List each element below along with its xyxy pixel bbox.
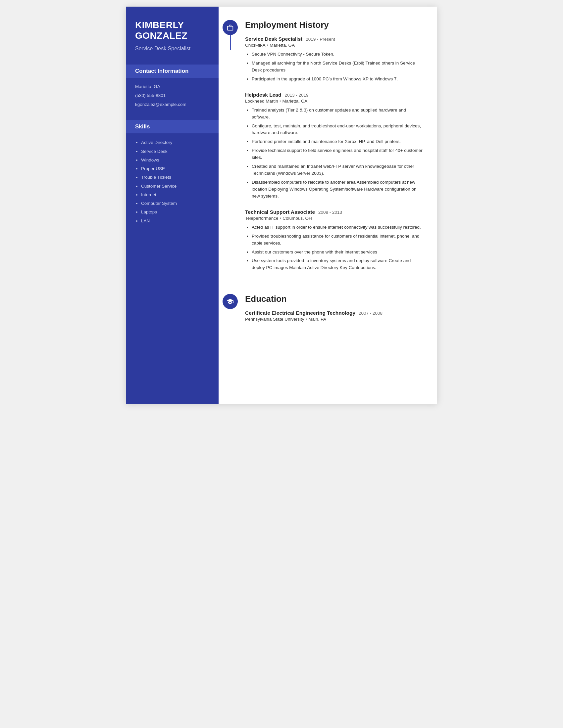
job-dates: 2008 - 2013 bbox=[318, 210, 342, 215]
contact-location: Marietta, GA bbox=[135, 84, 209, 90]
skill-item: Computer System bbox=[141, 200, 209, 207]
job-company: Teleperformance•Columbus, OH bbox=[245, 216, 423, 221]
job-title: Technical Support Associate bbox=[245, 209, 315, 215]
job-block: Technical Support Associate2008 - 2013Te… bbox=[245, 209, 423, 272]
job-bullet: Provided troubleshooting assistance for … bbox=[252, 233, 423, 247]
contact-section-label: Contact Information bbox=[126, 65, 218, 78]
skills-section-label: Skills bbox=[126, 120, 218, 133]
candidate-name: KIMBERLY GONZALEZ bbox=[135, 20, 209, 41]
job-dates: 2019 - Present bbox=[306, 37, 335, 42]
job-bullet: Managed all archiving for the North Serv… bbox=[252, 60, 423, 74]
candidate-title: Service Desk Specialist bbox=[135, 45, 209, 52]
edu-block: Certificate Electrical Engineering Techn… bbox=[245, 310, 423, 322]
contact-email: kgonzalez@example.com bbox=[135, 102, 209, 108]
employment-icon-circle bbox=[222, 20, 238, 35]
job-header: Technical Support Associate2008 - 2013 bbox=[245, 209, 423, 215]
edu-degree: Certificate Electrical Engineering Techn… bbox=[245, 310, 355, 316]
job-title: Service Desk Specialist bbox=[245, 36, 303, 42]
job-company: Chick-fil-A•Marietta, GA bbox=[245, 43, 423, 48]
skill-item: Customer Service bbox=[141, 183, 209, 190]
edu-container: Certificate Electrical Engineering Techn… bbox=[245, 310, 423, 322]
section-line-employment bbox=[230, 35, 231, 50]
job-header: Helpdesk Lead2013 - 2019 bbox=[245, 92, 423, 98]
resume-container: KIMBERLY GONZALEZ Service Desk Specialis… bbox=[126, 7, 437, 404]
education-section: Education Certificate Electrical Enginee… bbox=[218, 294, 423, 326]
education-icon-circle bbox=[222, 294, 238, 309]
job-company: Lockheed Martin•Marietta, GA bbox=[245, 99, 423, 104]
edu-header: Certificate Electrical Engineering Techn… bbox=[245, 310, 423, 316]
job-bullet: Trained analysts (Tier 2 & 3) on custome… bbox=[252, 107, 423, 121]
skill-item: Laptops bbox=[141, 209, 209, 215]
education-icon-col bbox=[218, 294, 242, 309]
skills-list: Active DirectoryService DeskWindowsPrope… bbox=[135, 139, 209, 224]
job-bullet: Created and maintained an Intranet web/F… bbox=[252, 163, 423, 177]
job-bullet: Use system tools provided to inventory s… bbox=[252, 257, 423, 271]
job-bullets: Acted as IT support in order to ensure i… bbox=[245, 224, 423, 272]
skill-item: LAN bbox=[141, 218, 209, 224]
job-bullet: Assist our customers over the phone with… bbox=[252, 249, 423, 256]
education-content: Education Certificate Electrical Enginee… bbox=[242, 294, 423, 326]
job-bullet: Performed printer installs and maintenan… bbox=[252, 138, 423, 145]
skill-item: Proper USE bbox=[141, 165, 209, 172]
job-bullet: Provide technical support to field servi… bbox=[252, 147, 423, 161]
edu-school: Pennsylvania State University•Main, PA bbox=[245, 317, 423, 322]
job-bullets: Secure VPN Connectivity - Secure Token.M… bbox=[245, 51, 423, 83]
job-bullet: Participated in the upgrade of 1000 PC's… bbox=[252, 76, 423, 83]
contact-phone: (530) 555-8801 bbox=[135, 93, 209, 99]
skill-item: Active Directory bbox=[141, 139, 209, 146]
employment-title: Employment History bbox=[245, 20, 423, 30]
job-header: Service Desk Specialist2019 - Present bbox=[245, 36, 423, 42]
job-bullet: Configure, test, maintain, and troublesh… bbox=[252, 123, 423, 137]
sidebar: KIMBERLY GONZALEZ Service Desk Specialis… bbox=[126, 7, 218, 404]
briefcase-icon bbox=[226, 24, 234, 31]
skill-item: Service Desk bbox=[141, 148, 209, 155]
employment-content: Employment History Service Desk Speciali… bbox=[242, 20, 423, 281]
edu-dates: 2007 - 2008 bbox=[359, 311, 383, 316]
job-dates: 2013 - 2019 bbox=[285, 93, 308, 98]
skill-item: Windows bbox=[141, 157, 209, 163]
main-content: Employment History Service Desk Speciali… bbox=[218, 7, 437, 404]
skill-item: Internet bbox=[141, 192, 209, 198]
job-bullets: Trained analysts (Tier 2 & 3) on custome… bbox=[245, 107, 423, 200]
job-bullet: Acted as IT support in order to ensure i… bbox=[252, 224, 423, 231]
skill-item: Trouble Tickets bbox=[141, 174, 209, 181]
employment-section: Employment History Service Desk Speciali… bbox=[218, 20, 423, 281]
job-title: Helpdesk Lead bbox=[245, 92, 281, 98]
job-block: Service Desk Specialist2019 - PresentChi… bbox=[245, 36, 423, 83]
job-bullet: Secure VPN Connectivity - Secure Token. bbox=[252, 51, 423, 58]
skills-section: Skills Active DirectoryService DeskWindo… bbox=[135, 120, 209, 226]
jobs-container: Service Desk Specialist2019 - PresentChi… bbox=[245, 36, 423, 271]
graduation-cap-icon bbox=[226, 298, 234, 305]
education-title: Education bbox=[245, 294, 423, 304]
employment-icon-col bbox=[218, 20, 242, 35]
job-bullet: Disassembled computers to relocate to an… bbox=[252, 179, 423, 200]
job-block: Helpdesk Lead2013 - 2019Lockheed Martin•… bbox=[245, 92, 423, 200]
